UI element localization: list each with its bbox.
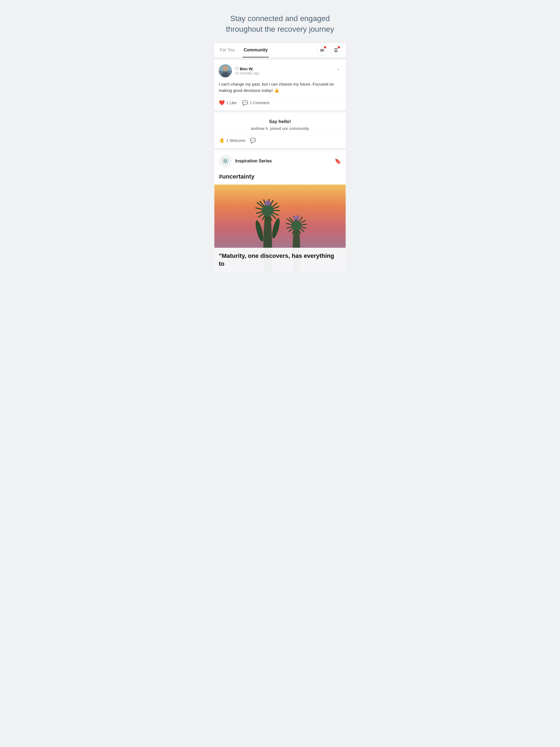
svg-line-13 — [227, 163, 228, 164]
hashtag: #uncertainty — [214, 172, 346, 185]
inspiration-header: Inspiration Series 🔖 — [214, 150, 346, 172]
tab-community[interactable]: Community — [243, 43, 269, 57]
comment-button-1[interactable]: 💬 1 Comment — [242, 100, 269, 106]
welcome-button[interactable]: 🤚 1 Welcome — [219, 137, 246, 144]
tab-for-you[interactable]: For You — [219, 43, 236, 57]
heart-icon: ❤️ — [219, 100, 225, 106]
brand-icon — [221, 157, 229, 165]
tab-actions: ✉ ☰ — [316, 45, 341, 56]
like-button-1[interactable]: ❤️ 1 Like — [219, 100, 236, 106]
wave-icon: 🤚 — [219, 137, 225, 144]
hero-section: Stay connected and engaged throughout th… — [214, 0, 346, 43]
menu-button[interactable]: ☰ — [330, 45, 341, 56]
welcome-actions: 🤚 1 Welcome 💬 — [219, 135, 341, 144]
welcome-subtitle: andrew h. joined our community — [219, 126, 341, 131]
avatar-svg — [219, 64, 232, 77]
avatar-ben — [219, 64, 232, 77]
menu-notification-dot — [338, 46, 340, 48]
inspiration-brand: Inspiration Series — [219, 154, 272, 168]
welcome-count: 1 Welcome — [226, 138, 246, 143]
welcome-comment-button[interactable]: 💬 — [250, 137, 256, 144]
svg-point-7 — [225, 160, 226, 162]
svg-point-3 — [223, 66, 228, 71]
svg-point-35 — [262, 205, 274, 216]
user-name-ben: Ben W. — [240, 67, 253, 71]
send-icon: ✉ — [320, 48, 324, 53]
post-chevron-1[interactable]: ⌄ — [335, 64, 341, 73]
brand-logo — [219, 154, 232, 168]
welcome-card: Say hello! andrew h. joined our communit… — [214, 112, 346, 148]
bookmark-button[interactable]: 🔖 — [334, 158, 341, 164]
tab-bar: For You Community ✉ ☰ — [214, 43, 346, 58]
user-name-row: 🛡 Ben W. — [235, 67, 259, 71]
like-count-1: 1 Like — [226, 101, 236, 105]
comment-count-1: 1 Comment — [250, 101, 269, 105]
inspiration-card: Inspiration Series 🔖 #uncertainty — [214, 150, 346, 272]
quote-overlay: "Maturity, one discovers, has everything… — [214, 248, 346, 272]
comment-icon-welcome: 💬 — [250, 137, 256, 144]
brand-name: Inspiration Series — [235, 159, 272, 163]
shield-icon: 🛡 — [235, 67, 239, 71]
svg-point-56 — [294, 216, 299, 220]
send-button[interactable]: ✉ — [316, 45, 328, 56]
post-time-1: 23 minutes ago — [235, 71, 259, 75]
svg-line-12 — [223, 159, 224, 159]
post-body-1: I can't change my past, but I can choose… — [219, 81, 341, 94]
post-actions-1: ❤️ 1 Like 💬 1 Comment — [219, 97, 341, 106]
post-card-1: 🛡 Ben W. 23 minutes ago ⌄ I can't change… — [214, 60, 346, 110]
hero-title: Stay connected and engaged throughout th… — [223, 13, 337, 34]
post-header-1: 🛡 Ben W. 23 minutes ago ⌄ — [219, 64, 341, 77]
menu-icon: ☰ — [334, 48, 338, 53]
feed: 🛡 Ben W. 23 minutes ago ⌄ I can't change… — [214, 58, 346, 274]
svg-rect-5 — [222, 73, 229, 77]
tabs: For You Community — [219, 43, 269, 57]
svg-line-15 — [223, 163, 224, 164]
inspiration-image: "Maturity, one discovers, has everything… — [214, 185, 346, 272]
send-notification-dot — [324, 46, 326, 48]
quote-text: "Maturity, one discovers, has everything… — [219, 252, 341, 268]
comment-icon-1: 💬 — [242, 100, 248, 106]
post-user-1: 🛡 Ben W. 23 minutes ago — [219, 64, 259, 77]
avatar-img-ben — [219, 64, 232, 77]
svg-line-14 — [227, 159, 228, 159]
welcome-title: Say hello! — [219, 119, 341, 124]
svg-point-36 — [264, 200, 271, 206]
user-info-ben: 🛡 Ben W. 23 minutes ago — [235, 67, 259, 75]
bookmark-icon: 🔖 — [334, 158, 341, 164]
svg-point-55 — [291, 221, 301, 231]
